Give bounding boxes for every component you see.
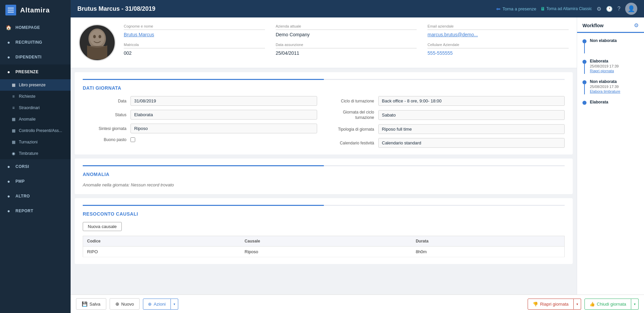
azienda-value: Demo Company	[276, 32, 417, 37]
avatar[interactable]: 👤	[625, 3, 637, 15]
cell-causale: Riposo	[240, 247, 412, 257]
divider-bar	[83, 79, 565, 80]
sidebar-sub-timbrature[interactable]: ◉ Timbrature	[0, 148, 71, 159]
ciclo-input[interactable]	[378, 96, 565, 106]
recruiting-icon: ●	[5, 39, 12, 46]
sidebar-sub-libro-presenze[interactable]: ▦ Libro presenze	[0, 79, 71, 91]
sidebar-sub-richieste[interactable]: ≡ Richieste	[0, 91, 71, 102]
workflow-panel: Workflow ⚙ Non elaborata	[577, 17, 644, 295]
workflow-action-1[interactable]: Riapri giornata	[590, 69, 639, 73]
back-arrow-icon: ⬅	[496, 6, 500, 12]
riapri-main-button[interactable]: 👎 Riapri giornata	[528, 299, 574, 310]
buono-checkbox[interactable]	[130, 137, 135, 142]
dati-giornata-form: Data Status Sintesi giornata Buono	[83, 96, 565, 148]
dati-giornata-card: DATI GIORNATA Data Status Sinte	[75, 72, 573, 154]
plus-icon: ⊕	[115, 301, 119, 307]
profile-avatar	[79, 24, 116, 61]
azioni-main-button[interactable]: ⊕ Azioni	[143, 299, 171, 310]
classic-link[interactable]: 🖥 Torna ad Altamira Classic	[540, 6, 592, 11]
resoconto-title: RESOCONTO CAUSALI	[83, 211, 565, 217]
workflow-dot-2	[582, 80, 586, 84]
col-causale: Causale	[240, 236, 412, 247]
email-link[interactable]: marcus.brutus@demo...	[427, 32, 569, 37]
sidebar-item-recruiting[interactable]: ● RECRUITING	[0, 35, 71, 50]
content-area: Cognome e nome Brutus Marcus Azienda att…	[71, 17, 644, 295]
calendario-row: Calendario festività	[331, 138, 565, 148]
back-button[interactable]: ⬅ Torna a presenze	[496, 6, 536, 12]
chiudi-dropdown-button[interactable]: ▾	[631, 299, 639, 310]
main-container: Brutus Marcus - 31/08/2019 ⬅ Torna a pre…	[71, 0, 644, 313]
riapri-dropdown-button[interactable]: ▾	[574, 299, 581, 310]
sidebar-item-altro[interactable]: ● ALTRO	[0, 189, 71, 204]
sidebar-sub-controllo-presenti[interactable]: ▦ Controllo Presenti/Ass...	[0, 125, 71, 136]
nuovo-button[interactable]: ⊕ Nuovo	[110, 298, 140, 310]
tipologia-input[interactable]	[378, 124, 565, 134]
right-col: Ciclo di turnazione Giornata del ciclo t…	[331, 96, 565, 148]
anomalia-divider	[83, 165, 565, 166]
help-button[interactable]: ?	[617, 6, 620, 12]
page-title: Brutus Marcus - 31/08/2019	[77, 5, 492, 12]
tipologia-row: Tipologia di giornata	[331, 124, 565, 134]
timbrature-icon: ◉	[11, 151, 16, 156]
sidebar-item-pmp[interactable]: ● PMP	[0, 174, 71, 189]
sidebar-sub-turnazioni[interactable]: ▦ Turnazioni	[0, 136, 71, 148]
matricola-value: 002	[124, 50, 265, 56]
cognome-nome-link[interactable]: Brutus Marcus	[124, 32, 265, 37]
sidebar-sub-anomalie[interactable]: ▦ Anomalie	[0, 114, 71, 125]
riapri-icon: 👎	[533, 302, 538, 307]
sidebar-item-homepage[interactable]: 🏠 HOMEPAGE	[0, 20, 71, 35]
sidebar-item-corsi[interactable]: ● CORSI	[0, 159, 71, 174]
altro-icon: ●	[5, 193, 12, 199]
monitor-icon: 🖥	[540, 6, 545, 11]
sidebar-item-dipendenti[interactable]: ● DIPENDENTI	[0, 50, 71, 64]
giornata-ciclo-input[interactable]	[378, 110, 565, 120]
workflow-dot-1	[582, 60, 586, 64]
sidebar-sub-straordinari[interactable]: ≡ Straordinari	[0, 102, 71, 114]
nuova-causale-button[interactable]: Nuova causale	[83, 222, 122, 231]
status-input[interactable]	[130, 110, 317, 120]
workflow-item-0: Non elaborata	[582, 38, 639, 59]
profile-info: Cognome e nome Brutus Marcus Azienda att…	[124, 24, 569, 56]
resoconto-divider	[83, 205, 565, 206]
azioni-dropdown-button[interactable]: ▾	[171, 299, 178, 310]
sintesi-row: Sintesi giornata	[83, 124, 317, 133]
workflow-status-0: Non elaborata	[590, 38, 639, 43]
cellulare-link[interactable]: 555-555555	[427, 50, 569, 56]
workflow-dot-0	[582, 39, 586, 43]
svg-point-1	[90, 30, 105, 46]
sidebar-item-report[interactable]: ● REPORT	[0, 204, 71, 218]
left-col: Data Status Sintesi giornata Buono	[83, 96, 317, 148]
workflow-action-2[interactable]: Elabora timbrature	[590, 89, 639, 93]
calendario-input[interactable]	[378, 138, 565, 148]
clock-button[interactable]: 🕐	[606, 6, 613, 12]
settings-button[interactable]: ⚙	[597, 6, 601, 12]
cell-codice: RIPO	[83, 247, 241, 257]
cell-durata: 8h0m	[412, 247, 564, 257]
svg-point-2	[93, 35, 96, 38]
resoconto-card: RESOCONTO CAUSALI Nuova causale Codice C…	[75, 198, 573, 264]
sidebar-item-presenze[interactable]: ● PRESENZE	[0, 64, 71, 79]
save-icon: 💾	[82, 301, 87, 307]
workflow-date-2: 25/08/2019 17:39	[590, 85, 639, 89]
presenze-icon: ●	[5, 69, 12, 75]
anomalia-title: ANOMALIA	[83, 172, 565, 177]
data-input[interactable]	[130, 96, 317, 106]
cognome-nome-field: Cognome e nome Brutus Marcus	[124, 24, 265, 37]
workflow-status-3: Elaborata	[590, 100, 639, 104]
workflow-item-3: Elaborata	[582, 100, 639, 110]
chiudi-icon: 👍	[590, 302, 595, 307]
controllo-presenti-icon: ▦	[11, 128, 16, 133]
libro-presenze-icon: ▦	[11, 82, 16, 88]
workflow-dot-3	[582, 101, 586, 105]
workflow-status-2: Non elaborata	[590, 79, 639, 84]
hamburger-button[interactable]	[5, 5, 16, 15]
profile-card: Cognome e nome Brutus Marcus Azienda att…	[71, 17, 577, 68]
azioni-plus-icon: ⊕	[148, 302, 152, 307]
sintesi-input[interactable]	[130, 124, 317, 133]
workflow-line-2	[584, 84, 585, 94]
workflow-gear-icon[interactable]: ⚙	[634, 22, 639, 29]
chiudi-main-button[interactable]: 👍 Chiudi giornata	[584, 299, 631, 310]
bottom-bar: 💾 Salva ⊕ Nuovo ⊕ Azioni ▾ 👎 Riapri gior…	[71, 295, 644, 313]
cellulare-field: Cellulare Aziendale 555-555555	[427, 43, 569, 56]
salva-button[interactable]: 💾 Salva	[76, 298, 106, 310]
